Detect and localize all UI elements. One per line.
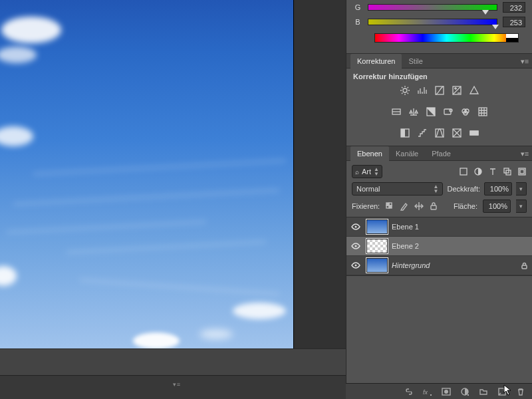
tab-korrekturen[interactable]: Korrekturen (350, 54, 402, 68)
blend-mode-dropdown[interactable]: Normal ▲▼ (352, 182, 443, 196)
cloud-shape (133, 332, 180, 348)
layer-thumbnail[interactable] (366, 258, 388, 273)
layer-name[interactable]: Ebene 1 (392, 223, 516, 231)
fill-dropdown-icon[interactable]: ▾ (516, 200, 527, 213)
cloud-streak (7, 221, 206, 233)
layer-row[interactable]: Ebene 1 (346, 217, 532, 237)
opacity-dropdown-icon[interactable]: ▾ (516, 182, 527, 196)
lock-all-icon[interactable] (429, 201, 438, 211)
type-filter-icon[interactable] (488, 167, 497, 176)
lock-pixels-icon[interactable] (400, 201, 409, 211)
layer-row[interactable]: Hintergrund (346, 256, 532, 275)
adjustment-filter-icon[interactable] (473, 167, 483, 176)
lock-fill-row: Fixieren: Fläche: 100% ▾ (346, 200, 532, 217)
new-layer-icon[interactable] (497, 387, 507, 396)
threshold-icon[interactable] (434, 127, 446, 139)
lock-label: Fixieren: (352, 202, 380, 210)
vibrance-icon[interactable] (468, 84, 480, 96)
svg-rect-26 (389, 203, 392, 205)
search-icon: ⌕ (355, 168, 359, 176)
visibility-toggle[interactable] (346, 243, 365, 249)
tab-stile[interactable]: Stile (402, 54, 429, 68)
invert-icon[interactable] (399, 127, 411, 139)
layers-bottom-toolbar: fx (346, 383, 532, 399)
hue-icon[interactable] (390, 106, 402, 118)
color-panel: G 232B 253 (346, 0, 532, 53)
fill-input[interactable]: 100% (483, 200, 511, 213)
balance-icon[interactable] (408, 106, 420, 118)
layer-thumbnail[interactable] (366, 219, 388, 234)
group-icon[interactable] (479, 387, 488, 396)
svg-point-30 (355, 265, 357, 267)
svg-point-29 (355, 245, 357, 247)
channel-mixer-icon[interactable] (460, 106, 471, 118)
adjustment-layer-icon[interactable] (460, 387, 469, 396)
stepper-arrows-icon: ▲▼ (434, 184, 439, 194)
lock-transparent-icon[interactable] (385, 201, 394, 211)
cloud-streak (66, 241, 266, 253)
opacity-input[interactable]: 100% (484, 182, 512, 196)
smart-filter-icon[interactable] (517, 167, 527, 176)
svg-rect-15 (470, 131, 478, 135)
cloud-shape (0, 266, 17, 286)
layer-filter-label: Art (362, 168, 371, 176)
channel-slider[interactable] (368, 19, 497, 25)
svg-rect-12 (401, 129, 405, 137)
layer-name[interactable]: Hintergrund (392, 261, 516, 269)
svg-rect-22 (520, 170, 524, 174)
blend-mode-value: Normal (356, 185, 380, 193)
trash-icon[interactable] (516, 387, 525, 396)
svg-point-34 (444, 390, 448, 394)
visibility-toggle[interactable] (346, 223, 365, 230)
levels-icon[interactable] (416, 84, 428, 96)
link-icon[interactable] (404, 387, 414, 396)
cloud-streak (80, 279, 279, 295)
cloud-shape (233, 303, 286, 319)
mask-icon[interactable] (442, 387, 451, 396)
fx-icon[interactable]: fx (423, 387, 432, 396)
bw-icon[interactable] (425, 106, 437, 118)
exposure-icon[interactable] (451, 84, 463, 96)
panel-menu-icon[interactable]: ▾≡ (520, 149, 529, 158)
selective-icon[interactable] (451, 127, 463, 139)
brightness-icon[interactable] (399, 84, 411, 96)
color-spectrum[interactable] (374, 33, 519, 43)
tab-kanäle[interactable]: Kanäle (389, 146, 425, 161)
layers-empty-area[interactable] (346, 276, 532, 398)
tab-ebenen[interactable]: Ebenen (350, 146, 389, 161)
adjustments-heading: Korrektur hinzufügen (346, 68, 532, 82)
channel-label: G (353, 3, 362, 11)
svg-rect-17 (460, 168, 467, 175)
panels-sidebar: G 232B 253 KorrekturenStile ▾≡ Korrektur… (346, 0, 532, 399)
gradient-map-icon[interactable] (468, 127, 480, 139)
visibility-toggle[interactable] (346, 262, 365, 269)
bw-ramp[interactable] (506, 34, 518, 42)
svg-rect-27 (431, 205, 436, 209)
svg-point-0 (403, 88, 407, 92)
layers-tabs: EbenenKanälePfade ▾≡ (346, 146, 532, 161)
layer-thumbnail[interactable] (366, 239, 388, 253)
photo-filter-icon[interactable] (442, 106, 454, 118)
channel-value-input[interactable]: 232 (503, 2, 525, 13)
layer-row[interactable]: Ebene 2 (346, 237, 532, 256)
layer-filter-dropdown[interactable]: ⌕ Art ▲▼ (352, 165, 382, 178)
cloud-shape (200, 329, 233, 339)
svg-text:fx: fx (423, 389, 428, 396)
pixel-filter-icon[interactable] (459, 167, 468, 176)
layer-name[interactable]: Ebene 2 (392, 242, 516, 250)
cloud-streak (33, 160, 286, 175)
panel-menu-icon[interactable]: ▾≡ (520, 57, 529, 66)
shape-filter-icon[interactable] (503, 167, 512, 176)
layer-lock-icon[interactable] (516, 262, 532, 269)
layers-list: Ebene 1 Ebene 2 Hintergrund (346, 217, 532, 276)
channel-slider[interactable] (368, 4, 497, 11)
lock-position-icon[interactable] (414, 201, 424, 211)
lut-icon[interactable] (477, 106, 489, 118)
tab-pfade[interactable]: Pfade (425, 146, 458, 161)
posterize-icon[interactable] (416, 127, 428, 139)
canvas[interactable] (0, 0, 293, 348)
channel-label: B (353, 18, 362, 26)
curves-icon[interactable] (434, 84, 446, 96)
channel-value-input[interactable]: 253 (503, 17, 525, 27)
cloud-shape (0, 47, 37, 63)
